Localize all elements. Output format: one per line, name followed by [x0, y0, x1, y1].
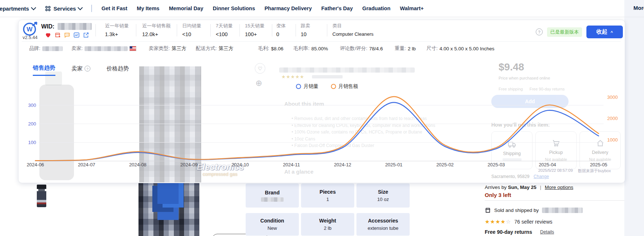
nav-link-fathers-day[interactable]: Father's Day — [321, 5, 352, 11]
info-seller: 卖家: — [71, 45, 136, 52]
stat-divider — [210, 24, 211, 36]
glance-tile-brand: Brand — [246, 183, 299, 208]
svg-text:2025-02: 2025-02 — [436, 162, 454, 167]
nav-link-graduation[interactable]: Graduation — [362, 5, 390, 11]
stat-15day-sales: 15天销量100+ — [245, 23, 264, 37]
stat-year-revenue: 近一年销售额12.0k+ — [142, 23, 171, 37]
nav-more[interactable]: More — [633, 5, 644, 11]
info-dimensions: 尺寸:4.00 x 5.00 x 5.00 Inches — [426, 45, 495, 52]
extension-actions — [45, 32, 89, 38]
glance-tile-pieces: Pieces 1 — [301, 183, 354, 208]
arrives-line: Arrives by Sun, May 25 | More options — [485, 185, 573, 190]
help-icon[interactable]: ? — [536, 28, 543, 35]
stat-variants: 变体0 — [276, 23, 286, 37]
timestamp-value: 2025/5/22 08:57:09 — [538, 168, 573, 174]
nav-link-dinner-solutions[interactable]: Dinner Solutions — [213, 5, 255, 11]
walmart-top-nav: Departments Services Get it Fast My Item… — [0, 0, 644, 17]
wid-label: WID: — [41, 23, 54, 30]
seller-reviews-link[interactable]: 76 seller reviews — [514, 219, 552, 225]
tab-sales-trend[interactable]: 销售趋势 — [33, 64, 55, 76]
svg-text:2024-11: 2024-11 — [283, 162, 300, 167]
stat-divider — [95, 24, 96, 36]
svg-text:2024-06: 2024-06 — [27, 162, 44, 167]
svg-text:2024-07: 2024-07 — [78, 162, 95, 167]
collapse-button[interactable]: 收起 ^ — [586, 26, 623, 38]
glance-tile-condition: Condition New — [246, 213, 299, 236]
tile-title: Weight — [319, 218, 336, 224]
favorite-heart-icon[interactable] — [45, 32, 51, 38]
location-text: Sacramento, 95829 — [491, 174, 530, 179]
svg-text:2000: 2000 — [607, 116, 618, 121]
nav-link-walmart-plus[interactable]: Walmart+ — [400, 5, 424, 11]
nav-link-get-it-fast[interactable]: Get it Fast — [101, 5, 127, 11]
wid-value-blurred[interactable] — [58, 23, 92, 30]
svg-text:1000: 1000 — [607, 137, 618, 143]
nav-services[interactable]: Services — [45, 5, 82, 12]
sold-by-label: Sold and shipped by — [494, 208, 539, 213]
tile-value: extension tube — [368, 225, 399, 231]
arrives-date: Sun, May 25 — [508, 185, 536, 190]
returns-details-link[interactable]: Details — [540, 229, 554, 235]
glance-tile-size: Size 10 oz — [356, 183, 410, 208]
us-flag-icon — [129, 46, 136, 51]
svg-text:2024-12: 2024-12 — [334, 162, 351, 167]
comment-bubble-icon[interactable] — [64, 32, 70, 38]
returns-label: Free 90-day returns — [485, 229, 532, 235]
tab-price-trend[interactable]: 价格趋势 — [106, 64, 129, 76]
seller-name-blurred[interactable] — [542, 208, 583, 213]
tile-title: Size — [378, 189, 388, 195]
stat-year-sales: 近一年销量1.3k+ — [105, 23, 129, 37]
stat-divider — [272, 24, 272, 36]
star-empty: ☆ — [506, 218, 511, 225]
chevron-up-icon: ^ — [610, 30, 613, 35]
page-right-gutter — [624, 0, 644, 236]
product-image-text: compressed gas — [203, 171, 237, 177]
product-thumbnail[interactable] — [37, 185, 46, 207]
nav-services-label: Services — [54, 5, 76, 12]
seller-rating-line: ★★★★☆ 76 seller reviews — [485, 218, 553, 225]
info-ship-method: 配送方式:第三方 — [196, 45, 233, 52]
stat-divider — [239, 24, 240, 36]
wishlist-heart-icon[interactable]: ♡ — [255, 63, 265, 74]
store-icon — [485, 207, 491, 213]
svg-text:2024-08: 2024-08 — [129, 162, 147, 167]
star-rating: ★★★★☆ — [485, 218, 511, 225]
tile-value: 10 oz — [377, 197, 389, 202]
tab-seller[interactable]: 卖家 ? — [71, 64, 90, 76]
tile-value: 1 — [326, 197, 329, 202]
svg-text:2025-04: 2025-04 — [539, 162, 556, 167]
store-monitor-icon[interactable] — [54, 32, 61, 38]
returns-line: Free 90-day returns Details — [485, 229, 554, 235]
extension-version: v2.5.44 — [23, 35, 38, 40]
divider — [485, 200, 624, 201]
svg-text:3000: 3000 — [607, 94, 618, 100]
stat-divider — [296, 24, 296, 36]
brand-value-blurred — [261, 197, 284, 202]
nav-link-my-items[interactable]: My Items — [137, 5, 159, 11]
update-status-badge: 已是最新版本 — [547, 27, 582, 37]
more-options-link[interactable]: More options — [545, 185, 573, 190]
stat-followers: 跟卖10 — [301, 23, 310, 37]
tile-value: 2 lb — [324, 225, 332, 231]
svg-text:2025-03: 2025-03 — [488, 162, 505, 167]
nav-departments-label: Departments — [0, 5, 29, 12]
tile-title: Brand — [265, 190, 280, 196]
stock-warning: Only 3 left — [485, 192, 511, 198]
sold-by-line: Sold and shipped by — [485, 207, 583, 213]
nav-departments[interactable]: Departments — [0, 5, 35, 12]
sales-trend-chart: 1002003001000200030002024-062024-072024-… — [22, 80, 622, 171]
info-reviews-rating: 评论数/评分:78/4.6 — [340, 45, 383, 52]
info-weight: 重量:2 lb — [395, 45, 416, 52]
svg-text:2025-01: 2025-01 — [385, 162, 403, 167]
nav-link-memorial-day[interactable]: Memorial Day — [169, 5, 203, 11]
extension-tabs: 销售趋势 卖家 ? 价格趋势 — [33, 64, 129, 76]
stat-daily-sales: 日均销量<10 — [182, 23, 201, 37]
help-icon: ? — [85, 66, 90, 71]
svg-text:W: W — [27, 26, 33, 33]
nav-link-pharmacy-delivery[interactable]: Pharmacy Delivery — [265, 5, 312, 11]
chart-icon[interactable] — [73, 32, 80, 38]
review-count-blurred — [312, 75, 343, 78]
data-source-note: 数据来源于buybox — [578, 168, 611, 174]
share-export-icon[interactable] — [83, 32, 89, 38]
location-change-link[interactable]: Change — [534, 174, 549, 179]
